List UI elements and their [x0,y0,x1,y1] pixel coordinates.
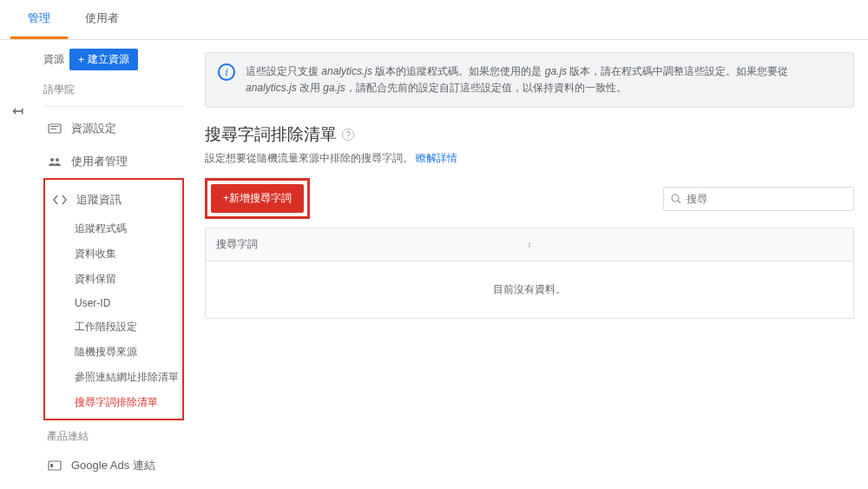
svg-point-3 [50,158,54,162]
top-tabs: 管理 使用者 [0,0,868,40]
subnav-organic-sources[interactable]: 隨機搜尋來源 [75,340,179,365]
nav-user-management[interactable]: 使用者管理 [43,145,184,178]
product-link-section-label: 產品連結 [43,420,184,449]
svg-rect-2 [50,129,56,129]
nav-property-settings[interactable]: 資源設定 [43,112,184,145]
back-arrow-icon[interactable]: ↤ [12,102,23,119]
code-icon [52,192,68,208]
sort-indicator-icon: ↕ [528,240,532,249]
nav-google-ads-link[interactable]: Google Ads 連結 [43,449,184,482]
subnav-user-id[interactable]: User-ID [75,292,179,314]
property-label: 資源 [43,52,64,67]
search-box[interactable] [663,187,854,211]
subnav-tracking-code[interactable]: 追蹤程式碼 [75,216,179,241]
svg-rect-1 [50,126,59,127]
svg-point-4 [56,158,59,162]
nav-adsense-link[interactable]: AdSense 連結 [43,482,184,489]
nav-label: 資源設定 [71,121,116,136]
help-icon[interactable]: ? [342,129,354,141]
page-title: 搜尋字詞排除清單 [205,123,337,146]
subnav-data-retention[interactable]: 資料保留 [75,267,179,292]
nav-tracking-info[interactable]: 追蹤資訊 [49,183,179,216]
svg-line-13 [678,201,681,203]
nav-label: Google Ads 連結 [71,458,155,473]
info-icon: i [218,63,235,81]
main-content: i 這些設定只支援 analytics.js 版本的追蹤程式碼。如果您使用的是 … [191,40,868,489]
nav-label: 追蹤資訊 [76,192,122,208]
info-text: 這些設定只支援 analytics.js 版本的追蹤程式碼。如果您使用的是 ga… [246,63,841,96]
svg-rect-6 [50,464,53,467]
create-property-button[interactable]: + 建立資源 [69,49,138,70]
google-ads-icon [47,458,62,473]
tracking-info-highlight: 追蹤資訊 追蹤程式碼 資料收集 資料保留 User-ID 工作階段設定 隨機搜尋… [43,178,184,420]
subnav-search-term-exclusion[interactable]: 搜尋字詞排除清單 [75,390,179,415]
learn-more-link[interactable]: 瞭解詳情 [416,152,457,164]
nav-label: 使用者管理 [71,154,128,169]
add-button-highlight: +新增搜尋字詞 [205,178,310,219]
tab-users[interactable]: 使用者 [68,0,136,39]
subnav-referral-exclusion[interactable]: 參照連結網址排除清單 [75,365,179,390]
page-description: 設定想要從隨機流量來源中排除的搜尋字詞。 瞭解詳情 [205,151,854,166]
column-header-term: 搜尋字詞 [216,237,258,252]
institute-label: 語學院 [43,77,184,107]
settings-box-icon [47,121,62,136]
search-icon [671,194,681,204]
subnav-session-settings[interactable]: 工作階段設定 [75,314,179,340]
subnav-data-collection[interactable]: 資料收集 [75,241,179,267]
data-table: 搜尋字詞 ↕ 目前沒有資料。 [205,228,854,319]
info-banner: i 這些設定只支援 analytics.js 版本的追蹤程式碼。如果您使用的是 … [205,52,854,108]
sidebar: 資源 + 建立資源 語學院 資源設定 使用者管理 [35,40,191,489]
create-btn-label: 建立資源 [88,52,129,67]
tab-admin[interactable]: 管理 [10,0,68,39]
add-search-term-button[interactable]: +新增搜尋字詞 [211,184,304,213]
users-icon [47,154,62,169]
table-empty-message: 目前沒有資料。 [206,261,853,318]
table-header[interactable]: 搜尋字詞 ↕ [206,228,853,261]
svg-point-12 [672,195,679,202]
search-input[interactable] [687,193,846,205]
plus-icon: + [78,54,84,66]
